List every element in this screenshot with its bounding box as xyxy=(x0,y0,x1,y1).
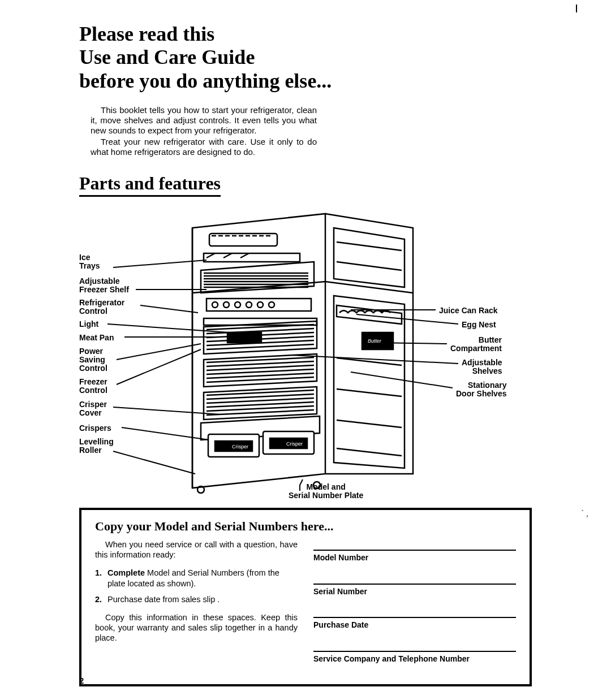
serial-number-label: Serial Number xyxy=(313,587,516,597)
info-step-1-bold: Complete xyxy=(107,568,145,577)
service-company-label: Service Company and Telephone Number xyxy=(313,654,516,664)
parts-diagram: Crisper Crisper Butter Ice Trays Adjusta… xyxy=(79,208,532,502)
parts-heading: Parts and features xyxy=(79,173,221,197)
title-line-2: Use and Care Guide xyxy=(79,46,255,68)
model-number-label: Model Number xyxy=(313,553,516,563)
callout-levelling-roller: Levelling Roller xyxy=(79,438,114,454)
info-step-1: 1. Complete Model and Serial Numbers (fr… xyxy=(95,568,298,588)
callout-butter: Butter Compartment xyxy=(450,336,502,352)
callout-freezer-control: Freezer Control xyxy=(79,378,107,394)
info-outro: Copy this information in these spaces. K… xyxy=(95,612,298,643)
info-step-2: 2. Purchase date from sales slip . xyxy=(95,594,298,604)
info-intro: When you need service or call with a que… xyxy=(95,539,298,560)
field-service: Service Company and Telephone Number xyxy=(313,641,516,664)
svg-point-23 xyxy=(246,302,252,308)
info-title: Copy your Model and Serial Numbers here.… xyxy=(95,519,516,534)
title-line-3: before you do anything else... xyxy=(79,70,332,92)
callout-model-plate: Model and Serial Number Plate xyxy=(289,483,363,499)
field-date: Purchase Date xyxy=(313,607,516,630)
stray-mark-right: ` , xyxy=(582,509,588,518)
svg-rect-27 xyxy=(227,332,261,343)
svg-point-24 xyxy=(257,302,263,308)
callout-light: Light xyxy=(79,320,98,329)
callout-door-shelves: Stationary Door Shelves xyxy=(456,381,506,397)
info-right-column: Model Number Serial Number Purchase Date… xyxy=(313,539,516,674)
svg-rect-19 xyxy=(206,299,311,311)
callout-egg-nest: Egg Nest xyxy=(462,321,496,329)
svg-point-20 xyxy=(212,302,218,308)
info-box: Copy your Model and Serial Numbers here.… xyxy=(79,508,532,686)
intro-para-2: Treat your new refrigerator with care. U… xyxy=(91,137,317,157)
svg-point-25 xyxy=(269,302,274,308)
intro-block: This booklet tells you how to start your… xyxy=(91,105,317,157)
model-number-line[interactable] xyxy=(313,539,516,551)
serial-number-line[interactable] xyxy=(313,573,516,585)
callout-juice-rack: Juice Can Rack xyxy=(439,306,498,315)
callout-crisper-cover: Crisper Cover xyxy=(79,400,107,417)
svg-point-21 xyxy=(223,302,229,308)
callout-ice-trays: Ice Trays xyxy=(79,253,100,270)
callout-crispers: Crispers xyxy=(79,424,111,433)
stray-mark-top xyxy=(576,5,577,12)
info-left-column: When you need service or call with a que… xyxy=(95,539,298,674)
crisper-label-right: Crisper xyxy=(286,441,303,447)
title-line-1: Please read this xyxy=(79,23,214,45)
intro-para-1: This booklet tells you how to start your… xyxy=(91,105,317,136)
info-step-2-text: Purchase date from sales slip . xyxy=(107,595,220,604)
callout-meat-pan: Meat Pan xyxy=(79,334,114,342)
callout-adj-freezer-shelf: Adjustable Freezer Shelf xyxy=(79,277,129,293)
service-company-line[interactable] xyxy=(313,641,516,652)
callout-adj-shelves: Adjustable Shelves xyxy=(462,358,502,375)
callout-power-saving: Power Saving Control xyxy=(79,347,107,372)
svg-rect-18 xyxy=(204,253,300,262)
crisper-label-left: Crisper xyxy=(232,444,248,450)
callout-refrig-control: Refrigerator Control xyxy=(79,299,124,315)
purchase-date-label: Purchase Date xyxy=(313,620,516,630)
refrigerator-illustration: Crisper Crisper Butter xyxy=(175,208,424,496)
svg-point-22 xyxy=(235,302,240,308)
page-number: 2 xyxy=(79,676,84,685)
field-model: Model Number xyxy=(313,539,516,563)
page-title: Please read this Use and Care Guide befo… xyxy=(79,23,532,93)
butter-door-label: Butter xyxy=(368,338,382,344)
field-serial: Serial Number xyxy=(313,573,516,597)
purchase-date-line[interactable] xyxy=(313,607,516,618)
